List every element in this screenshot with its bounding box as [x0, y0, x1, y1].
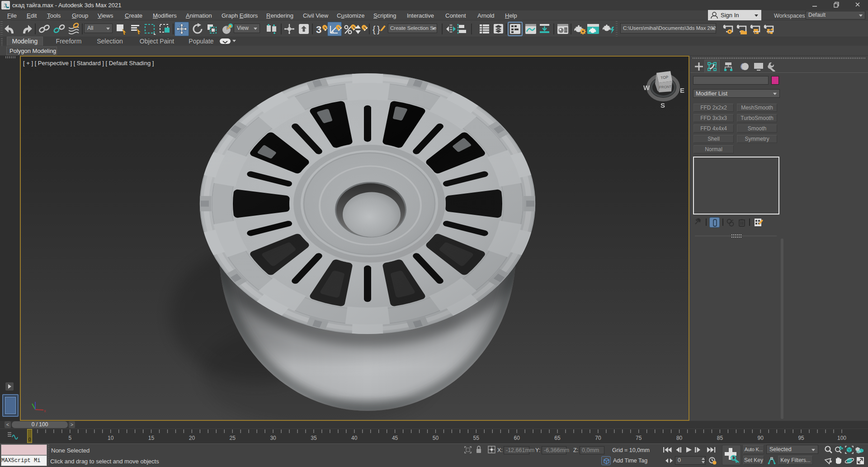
- svg-text:35: 35: [311, 435, 317, 441]
- svg-text:Sign In: Sign In: [721, 12, 739, 19]
- svg-text:55: 55: [473, 435, 480, 441]
- svg-text:95: 95: [798, 435, 804, 441]
- svg-text:80: 80: [676, 435, 683, 441]
- svg-text:90: 90: [758, 435, 764, 441]
- svg-text:75: 75: [636, 435, 642, 441]
- svg-text:30: 30: [270, 435, 276, 441]
- svg-text:50: 50: [433, 435, 439, 441]
- svg-text:40: 40: [351, 435, 358, 441]
- svg-text:TOP: TOP: [660, 75, 669, 80]
- svg-text:FRONT: FRONT: [659, 85, 672, 89]
- svg-text:}: }: [377, 24, 380, 34]
- svg-text:{: {: [373, 24, 376, 34]
- svg-text:S: S: [660, 101, 665, 109]
- svg-text:x: x: [44, 409, 46, 413]
- svg-text:15: 15: [148, 435, 155, 441]
- svg-text:60: 60: [514, 435, 520, 441]
- svg-text:W: W: [643, 84, 650, 91]
- svg-text:5: 5: [68, 435, 71, 441]
- svg-text:10: 10: [108, 435, 114, 441]
- svg-text:70: 70: [595, 435, 601, 441]
- svg-text:20: 20: [189, 435, 195, 441]
- svg-text:45: 45: [392, 435, 398, 441]
- svg-text:85: 85: [717, 435, 723, 441]
- svg-text:25: 25: [230, 435, 236, 441]
- svg-text:100: 100: [837, 435, 846, 441]
- svg-text:E: E: [680, 86, 684, 94]
- svg-text:65: 65: [554, 435, 561, 441]
- svg-text:3: 3: [316, 24, 321, 35]
